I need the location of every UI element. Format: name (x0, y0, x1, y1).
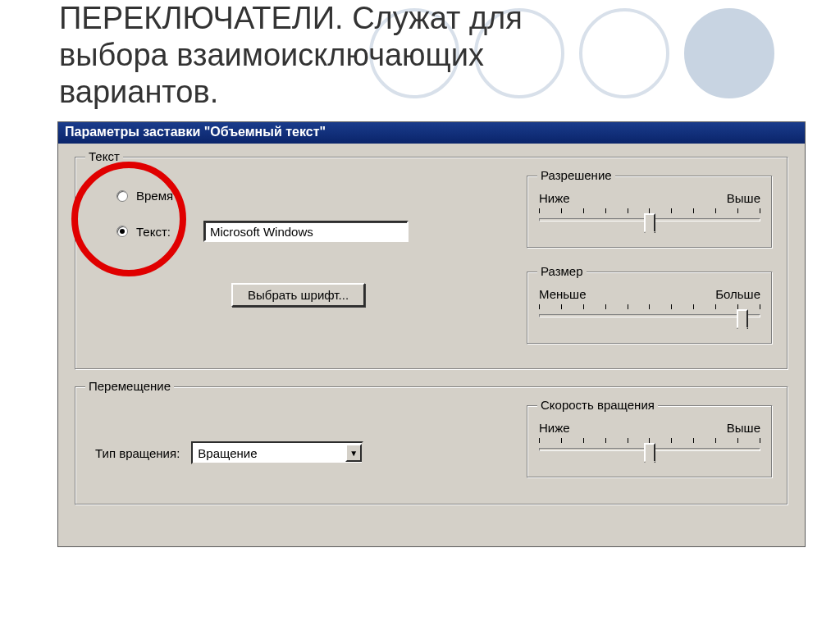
bg-circle (684, 8, 774, 98)
group-size: Размер Меньше Больше (527, 272, 773, 345)
group-text: Текст Время Текст: Выбрать шрифт... (75, 157, 788, 370)
size-slider[interactable] (539, 304, 760, 332)
group-text-label: Текст (85, 149, 123, 163)
size-high: Больше (715, 287, 760, 301)
slider-thumb-icon (644, 443, 655, 463)
resolution-label: Разрешение (537, 168, 615, 182)
titlebar: Параметры заставки "Объемный текст" (58, 122, 805, 144)
radio-icon (116, 190, 128, 202)
speed-label: Скорость вращения (537, 398, 658, 412)
rotation-select-value: Вращение (198, 446, 257, 460)
speed-high: Выше (727, 421, 760, 435)
slider-thumb-icon (644, 213, 655, 233)
choose-font-button[interactable]: Выбрать шрифт... (231, 283, 365, 307)
movement-label: Перемещение (85, 379, 174, 393)
rotation-type-label: Тип вращения: (95, 446, 180, 460)
dialog-window: Параметры заставки "Объемный текст" Текс… (57, 121, 806, 547)
group-movement: Перемещение Тип вращения: Вращение ▼ Ско… (75, 386, 788, 505)
radio-text-label: Текст: (136, 225, 171, 239)
resolution-slider[interactable] (539, 208, 760, 236)
speed-low: Ниже (539, 421, 570, 435)
size-low: Меньше (539, 287, 586, 301)
dialog-body: Текст Время Текст: Выбрать шрифт... (58, 144, 805, 546)
slider-thumb-icon (737, 309, 748, 329)
resolution-low: Ниже (539, 191, 570, 205)
group-resolution: Разрешение Ниже Выше (527, 176, 773, 249)
group-speed: Скорость вращения Ниже Выше (527, 405, 773, 478)
radio-time-row[interactable]: Время (116, 189, 445, 203)
size-label: Размер (537, 264, 587, 278)
chevron-down-icon: ▼ (345, 444, 362, 462)
slide-title: ПЕРЕКЛЮЧАТЕЛИ. Служат для выбора взаимои… (59, 0, 633, 110)
text-input[interactable] (203, 221, 409, 242)
radio-icon (116, 226, 128, 237)
radio-time-label: Время (136, 189, 173, 203)
radio-text-row[interactable]: Текст: (116, 221, 445, 242)
resolution-high: Выше (727, 191, 760, 205)
speed-slider[interactable] (539, 438, 760, 466)
rotation-select[interactable]: Вращение ▼ (191, 441, 363, 464)
